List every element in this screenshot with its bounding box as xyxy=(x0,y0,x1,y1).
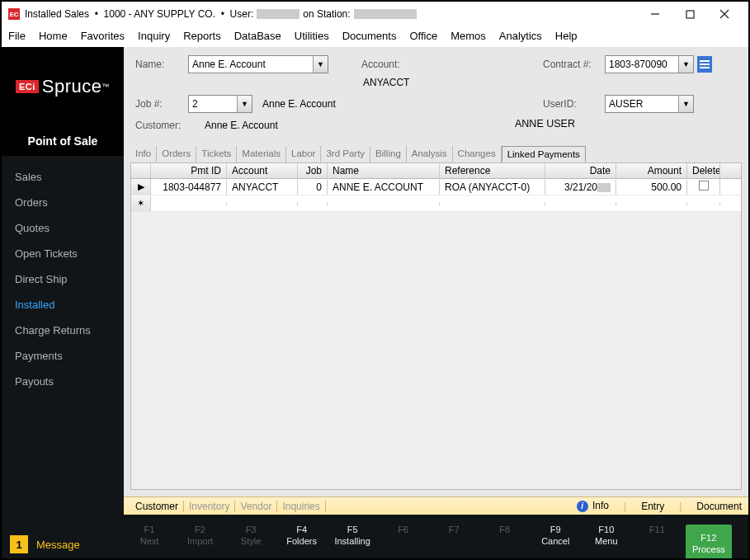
nav-orders[interactable]: Orders xyxy=(2,190,124,215)
col-reference[interactable]: Reference xyxy=(440,163,545,178)
menu-favorites[interactable]: Favorites xyxy=(81,30,125,42)
menu-help[interactable]: Help xyxy=(555,30,578,42)
job-display: Anne E. Account xyxy=(262,98,336,110)
fkey-f2: F2Import xyxy=(178,525,223,560)
title-user-prefix: User: xyxy=(230,8,254,20)
btab-customer[interactable]: Customer xyxy=(130,501,184,512)
menu-inquiry[interactable]: Inquiry xyxy=(138,30,170,42)
fkey-f11: F11 xyxy=(634,525,679,560)
cell-account: ANYACCT xyxy=(227,180,298,195)
date-masked xyxy=(597,183,611,192)
svg-rect-1 xyxy=(686,11,694,18)
fkey-f8: F8 xyxy=(483,525,527,560)
btab-vendor[interactable]: Vendor xyxy=(235,501,277,512)
grid-corner xyxy=(131,163,151,178)
tab-billing[interactable]: Billing xyxy=(370,146,407,162)
col-delete[interactable]: Delete xyxy=(687,163,720,178)
title-station-prefix: on Station: xyxy=(303,8,350,20)
name-input[interactable] xyxy=(189,59,313,70)
chevron-down-icon[interactable]: ▼ xyxy=(313,56,328,73)
maximize-button[interactable] xyxy=(672,2,707,26)
col-date[interactable]: Date xyxy=(545,163,616,178)
app-logo-icon: EC xyxy=(8,8,20,20)
nav-quotes[interactable]: Quotes xyxy=(2,215,124,241)
info-icon: i xyxy=(577,501,588,512)
title-user-masked xyxy=(257,9,300,19)
tab-info[interactable]: Info xyxy=(130,146,157,162)
nav-open-tickets[interactable]: Open Tickets xyxy=(2,241,124,266)
nav-direct-ship[interactable]: Direct Ship xyxy=(2,266,124,292)
fkey-f6: F6 xyxy=(381,525,426,560)
userid-label: UserID: xyxy=(543,98,605,110)
minimize-button[interactable] xyxy=(638,2,672,26)
menu-memos[interactable]: Memos xyxy=(450,30,486,42)
fkey-f10[interactable]: F10Menu xyxy=(584,525,629,560)
col-name[interactable]: Name xyxy=(328,163,440,178)
tab-3rd-party[interactable]: 3rd Party xyxy=(321,146,370,162)
userid-input[interactable] xyxy=(606,98,678,110)
message-count: 1 xyxy=(10,535,28,553)
nav-sales[interactable]: Sales xyxy=(2,164,124,190)
menu-utilities[interactable]: Utilities xyxy=(295,30,329,42)
tab-materials[interactable]: Materials xyxy=(237,146,286,162)
chevron-down-icon[interactable]: ▼ xyxy=(237,96,252,112)
nav-payouts[interactable]: Payouts xyxy=(2,369,124,394)
grid-header: Pmt ID Account Job Name Reference Date A… xyxy=(131,163,741,179)
customer-label: Customer: xyxy=(135,120,188,131)
contract-input[interactable] xyxy=(606,59,678,70)
document-link[interactable]: Document xyxy=(696,501,742,512)
contract-combo[interactable]: ▼ xyxy=(605,55,694,73)
table-new-row[interactable]: ✶ xyxy=(131,195,741,212)
menu-file[interactable]: File xyxy=(8,30,26,42)
menu-database[interactable]: DataBase xyxy=(234,30,281,42)
menu-office[interactable]: Office xyxy=(409,30,437,42)
cell-amount: 500.00 xyxy=(616,180,687,195)
row-indicator-icon[interactable]: ▶ xyxy=(131,179,151,195)
linked-payments-grid: Pmt ID Account Job Name Reference Date A… xyxy=(130,162,742,490)
menu-home[interactable]: Home xyxy=(39,30,68,42)
tab-linked-payments[interactable]: Linked Payments xyxy=(502,146,586,162)
name-combo[interactable]: ▼ xyxy=(188,55,328,73)
cell-job: 0 xyxy=(298,180,328,195)
contract-label: Contract #: xyxy=(543,59,605,70)
tab-orders[interactable]: Orders xyxy=(157,146,196,162)
menu-reports[interactable]: Reports xyxy=(183,30,221,42)
fkey-f12[interactable]: F12Process xyxy=(686,525,732,560)
col-account[interactable]: Account xyxy=(227,163,298,178)
fkey-f9[interactable]: F9Cancel xyxy=(533,525,578,560)
menu-analytics[interactable]: Analytics xyxy=(499,30,542,42)
col-amount[interactable]: Amount xyxy=(616,163,687,178)
cell-delete[interactable] xyxy=(687,179,720,195)
chevron-down-icon[interactable]: ▼ xyxy=(678,56,693,73)
table-row[interactable]: ▶ 1803-044877 ANYACCT 0 ANNE E. ACCOUNT … xyxy=(131,179,741,195)
col-job[interactable]: Job xyxy=(298,163,328,178)
new-row-icon[interactable]: ✶ xyxy=(131,195,151,211)
btab-inventory[interactable]: Inventory xyxy=(184,501,235,512)
nav-charge-returns[interactable]: Charge Returns xyxy=(2,318,124,343)
chevron-down-icon[interactable]: ▼ xyxy=(678,96,693,112)
info-link[interactable]: i Info xyxy=(577,500,609,512)
btab-inquiries[interactable]: Inquiries xyxy=(277,501,325,512)
userid-combo[interactable]: ▼ xyxy=(605,95,694,113)
fkey-f4[interactable]: F4Folders xyxy=(280,525,324,560)
fkey-f5[interactable]: F5Installing xyxy=(330,525,375,560)
tab-tickets[interactable]: Tickets xyxy=(196,146,237,162)
sidebar-nav: Sales Orders Quotes Open Tickets Direct … xyxy=(2,156,124,402)
job-label: Job #: xyxy=(135,98,188,110)
title-company: 1000 - ANY SUPPLY CO. xyxy=(104,8,215,20)
tab-changes[interactable]: Changes xyxy=(453,146,502,162)
job-input[interactable] xyxy=(189,98,237,110)
tab-labor[interactable]: Labor xyxy=(286,146,321,162)
delete-checkbox[interactable] xyxy=(699,181,709,191)
col-pmt-id[interactable]: Pmt ID xyxy=(151,163,227,178)
entry-link[interactable]: Entry xyxy=(641,501,664,512)
list-icon[interactable] xyxy=(697,56,712,73)
menu-documents[interactable]: Documents xyxy=(342,30,397,42)
job-combo[interactable]: ▼ xyxy=(188,95,252,113)
message-block[interactable]: 1 Message xyxy=(10,535,119,553)
close-button[interactable] xyxy=(707,2,742,26)
sidebar: ECiSpruce™ Point of Sale Sales Orders Qu… xyxy=(2,47,124,515)
nav-payments[interactable]: Payments xyxy=(2,343,124,369)
tab-analysis[interactable]: Analysis xyxy=(407,146,453,162)
nav-installed[interactable]: Installed xyxy=(2,292,124,318)
